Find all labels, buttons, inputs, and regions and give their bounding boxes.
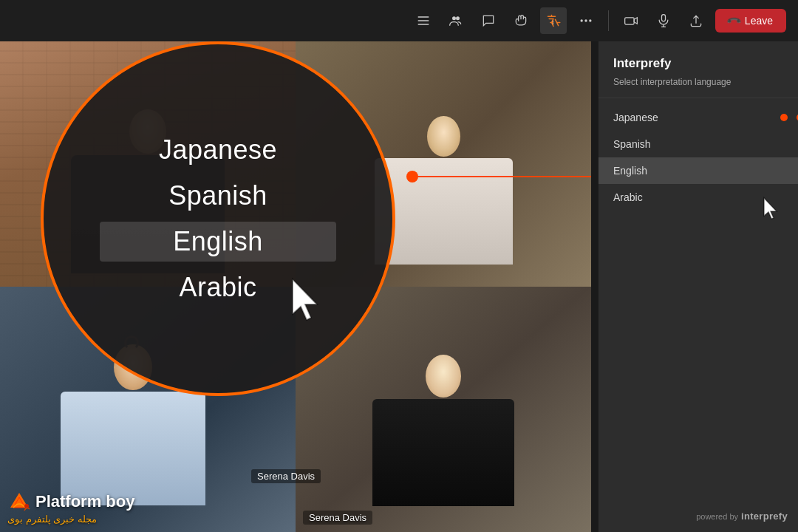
- toolbar: Leave: [0, 0, 798, 41]
- svg-rect-0: [417, 16, 429, 18]
- magnify-circle: Japanese Spanish English Arabic: [41, 41, 395, 396]
- translate-icon[interactable]: [540, 7, 567, 34]
- watermark-subtitle: مجله خبری پلتفرم بوی: [7, 514, 134, 525]
- watermark: Platform boy مجله خبری پلتفرم بوی: [7, 490, 134, 525]
- svg-rect-1: [417, 20, 429, 21]
- panel-subtitle: Select interpretation language: [613, 77, 783, 87]
- cursor-arrow: [289, 276, 330, 327]
- more-icon[interactable]: [573, 7, 599, 34]
- svg-rect-9: [661, 15, 665, 21]
- language-item-spanish[interactable]: Spanish: [598, 131, 798, 157]
- svg-point-7: [589, 19, 591, 21]
- language-item-japanese[interactable]: Japanese: [598, 104, 798, 131]
- magnify-item-spanish[interactable]: Spanish: [100, 176, 336, 216]
- svg-point-3: [452, 16, 456, 20]
- footer-prefix: powered by: [696, 512, 738, 521]
- panel-cursor: [763, 197, 783, 225]
- video-label-4: Serena Davis: [303, 511, 372, 525]
- svg-point-5: [580, 19, 582, 21]
- svg-rect-8: [625, 18, 635, 24]
- panel-footer: powered by interprefy: [696, 511, 788, 522]
- mic-icon[interactable]: [650, 7, 677, 34]
- hand-icon[interactable]: [508, 7, 534, 34]
- svg-point-6: [584, 19, 587, 21]
- right-panel: Interprefy Select interpretation languag…: [598, 41, 798, 532]
- svg-marker-16: [764, 198, 777, 219]
- watermark-title-text: Platform boy: [35, 492, 134, 511]
- panel-header: Interprefy Select interpretation languag…: [598, 41, 798, 98]
- japanese-dot-indicator: [780, 114, 788, 121]
- footer-brand: interprefy: [741, 511, 788, 522]
- language-item-english[interactable]: English: [598, 157, 798, 184]
- chat-icon[interactable]: [475, 7, 502, 34]
- svg-marker-13: [293, 279, 317, 320]
- video-label-serena: Serena Davis: [251, 469, 321, 483]
- svg-point-4: [456, 16, 460, 20]
- people-icon[interactable]: [443, 7, 469, 34]
- svg-rect-2: [417, 24, 429, 25]
- list-icon[interactable]: [410, 7, 437, 34]
- share-icon[interactable]: [683, 7, 709, 34]
- leave-button[interactable]: Leave: [715, 9, 786, 33]
- magnify-item-english[interactable]: English: [100, 222, 336, 262]
- panel-title: Interprefy: [613, 56, 783, 71]
- magnify-item-japanese[interactable]: Japanese: [100, 130, 336, 170]
- camera-icon[interactable]: [618, 7, 644, 34]
